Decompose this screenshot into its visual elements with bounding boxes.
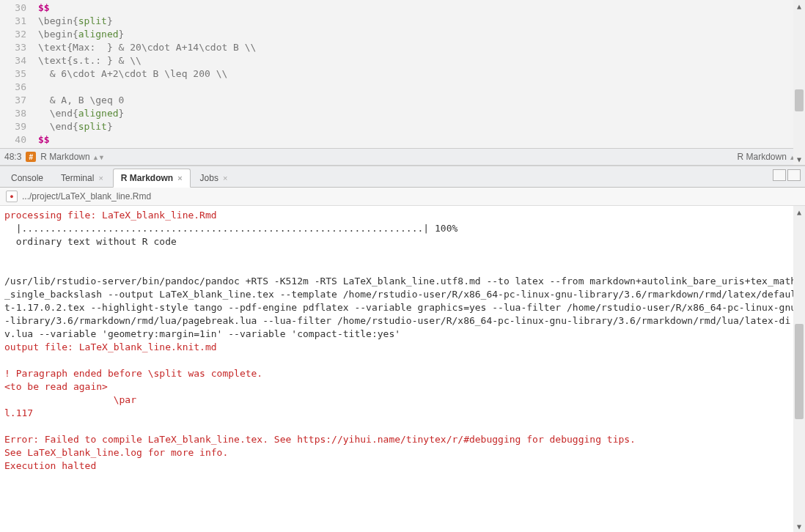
scroll-up-icon[interactable]: ▲ (793, 0, 805, 12)
minimize-pane-button[interactable] (773, 169, 786, 181)
filetype-picker[interactable]: R Markdown ▲▼ (737, 152, 801, 162)
output-line: |.......................................… (4, 223, 457, 234)
editor-statusbar: 48:3 # R Markdown ▲▼ R Markdown ▲▼ (0, 148, 805, 165)
output-line: l.117 (4, 407, 39, 418)
close-icon[interactable]: × (223, 174, 227, 182)
tab-console[interactable]: Console (3, 169, 51, 188)
console-output[interactable]: processing file: LaTeX_blank_line.Rmd |.… (0, 206, 805, 476)
source-editor: 3031323334353637383940 $$\begin{split}\b… (0, 0, 805, 166)
output-line: Error: Failed to compile LaTeX_blank_lin… (4, 434, 636, 445)
outline-picker[interactable]: R Markdown ▲▼ (40, 152, 104, 162)
output-line: ! Paragraph ended before \split was comp… (4, 368, 262, 379)
tab-terminal[interactable]: Terminal× (53, 169, 111, 188)
output-line: output file: LaTeX_blank_line.knit.md (4, 341, 217, 352)
output-line: processing file: LaTeX_blank_line.Rmd (4, 210, 217, 221)
output-line: See LaTeX_blank_line.log for more info. (4, 447, 228, 458)
scroll-down-icon[interactable]: ▼ (793, 153, 805, 165)
breadcrumb-path: .../project/LaTeX_blank_line.Rmd (22, 191, 151, 202)
output-line: <to be read again> (4, 381, 114, 392)
output-line: /usr/lib/rstudio-server/bin/pandoc/pando… (4, 276, 796, 339)
scroll-up-icon[interactable]: ▲ (793, 206, 805, 218)
output-scrollbar[interactable]: ▲ ▼ (793, 206, 805, 532)
stop-icon[interactable]: ● (6, 191, 18, 202)
console-tabs: Console Terminal× R Markdown× Jobs× (0, 166, 805, 188)
code-content[interactable]: $$\begin{split}\begin{aligned}\text{Max:… (31, 0, 805, 148)
output-line: \par (4, 394, 142, 405)
output-line: Execution halted (4, 460, 96, 471)
close-icon[interactable]: × (177, 174, 182, 182)
tab-rmarkdown[interactable]: R Markdown× (113, 169, 191, 188)
breadcrumb: ● .../project/LaTeX_blank_line.Rmd (0, 188, 805, 206)
maximize-pane-button[interactable] (787, 169, 801, 181)
output-line: ordinary text without R code (4, 236, 177, 247)
cursor-position: 48:3 (4, 152, 21, 162)
rmarkdown-icon: # (26, 152, 36, 162)
tab-jobs[interactable]: Jobs× (192, 169, 236, 188)
editor-scrollbar[interactable]: ▲ ▼ (793, 0, 805, 165)
scroll-down-icon[interactable]: ▼ (793, 520, 805, 532)
close-icon[interactable]: × (98, 174, 103, 182)
line-gutter: 3031323334353637383940 (0, 0, 31, 148)
